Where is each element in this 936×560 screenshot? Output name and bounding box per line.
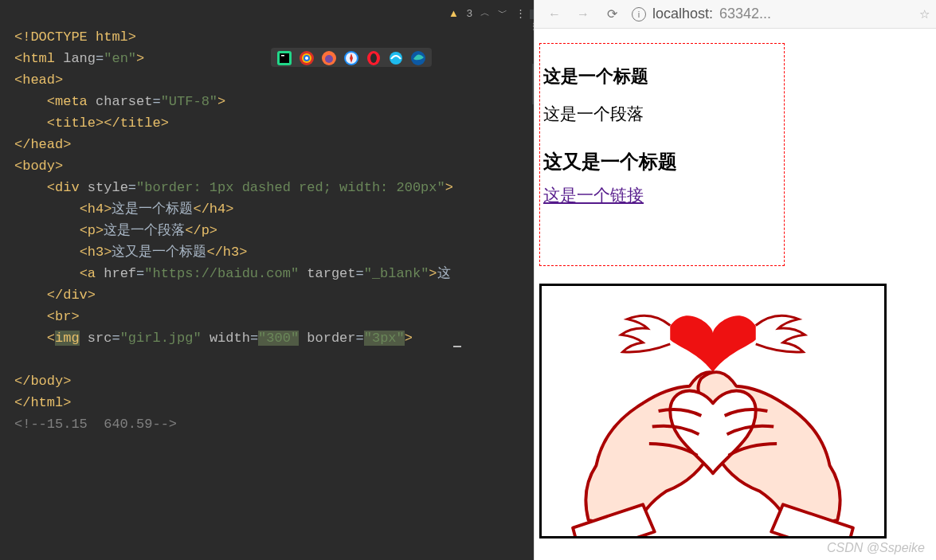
dashed-container: 这是一个标题 这是一个段落 这又是一个标题 这是一个链接 [539,43,785,266]
bookmark-icon[interactable]: ☆ [919,7,930,22]
svg-point-8 [325,55,333,63]
safari-icon[interactable] [344,51,358,65]
pycharm-icon[interactable] [277,51,292,65]
chrome-icon[interactable] [300,51,314,65]
site-info-icon[interactable]: i [632,7,646,22]
address-host: localhost: [652,6,713,22]
svg-rect-2 [281,55,284,57]
heart-hands-illustration [542,286,884,536]
svg-point-6 [305,57,308,60]
watermark: CSDN @Sspeike [827,541,925,555]
address-bar[interactable]: i localhost:63342... [632,6,903,22]
code-editor-pane: ▲ 3 ︿ ﹀ ⋮ 数据库 SciView <!DOCTYPE html> <h… [0,0,534,560]
forward-button[interactable]: → [574,7,592,22]
browser-toolbar: ← → ⟳ i localhost:63342... ☆ [535,0,936,29]
svg-rect-1 [280,53,289,63]
code-area[interactable]: <!DOCTYPE html> <html lang="en"> <head> … [0,0,534,461]
page-heading-h3: 这又是一个标题 [543,149,781,174]
reload-button[interactable]: ⟳ [603,6,621,22]
page-image [539,284,887,538]
code-line: <!DOCTYPE html> [14,29,136,45]
opera-icon[interactable] [366,51,381,65]
page-link[interactable]: 这是一个链接 [543,186,644,204]
firefox-icon[interactable] [322,51,336,65]
browser-preview-pane: ← → ⟳ i localhost:63342... ☆ 这是一个标题 这是一个… [534,0,936,560]
page-paragraph: 这是一个段落 [543,103,781,125]
svg-point-13 [370,53,377,63]
warning-count: 3 [467,7,472,19]
edge-icon[interactable] [411,51,425,65]
rendered-page: 这是一个标题 这是一个段落 这又是一个标题 这是一个链接 [535,29,936,554]
chevron-up-icon[interactable]: ︿ [480,6,490,20]
code-comment: <!--15.15 640.59--> [14,417,177,432]
page-heading-h4: 这是一个标题 [543,65,781,88]
more-menu-icon[interactable]: ⋮ [515,7,527,19]
warning-icon: ▲ [448,7,459,19]
address-port: 63342... [719,6,771,22]
ie-icon[interactable] [389,51,403,65]
open-in-browser-toolbar [271,48,432,67]
back-button[interactable]: ← [546,7,563,22]
editor-inspections: ▲ 3 ︿ ﹀ ⋮ [448,6,527,20]
chevron-down-icon[interactable]: ﹀ [498,6,507,20]
